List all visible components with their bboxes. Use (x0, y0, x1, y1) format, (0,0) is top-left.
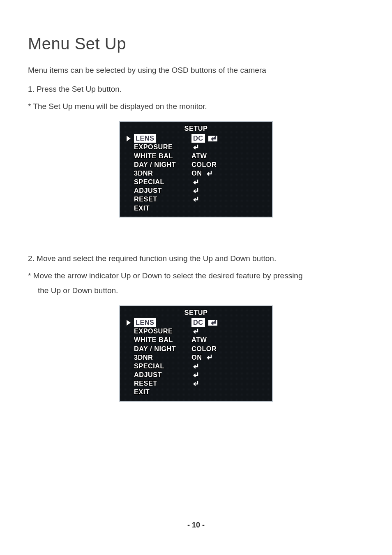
osd-row-whitebal: WHITE BAL ATW (122, 152, 270, 160)
osd-value (191, 197, 199, 202)
osd-label: WHITE BAL (134, 335, 191, 344)
osd-label: DAY / NIGHT (134, 160, 191, 169)
osd-label: RESET (134, 379, 191, 388)
osd-label: ADJUST (134, 370, 191, 379)
osd-row-exit: EXIT (122, 204, 270, 213)
cursor-icon (127, 136, 131, 141)
enter-icon (205, 354, 212, 360)
osd-value: ATW (191, 335, 207, 344)
enter-icon (208, 320, 217, 326)
osd-title: SETUP (122, 125, 270, 132)
osd-label: LENS (134, 134, 156, 143)
osd-label: SPECIAL (134, 362, 191, 370)
osd-title: SETUP (122, 309, 270, 317)
osd-row-exposure: EXPOSURE (122, 327, 270, 335)
cursor-icon (127, 320, 131, 326)
osd-value (191, 381, 199, 386)
osd-value (191, 188, 199, 194)
page-number: - 10 - (0, 521, 392, 530)
osd-label: EXPOSURE (134, 143, 191, 151)
enter-icon (205, 171, 212, 176)
enter-icon (208, 136, 217, 141)
osd-value: DC (191, 134, 217, 143)
osd-label: ADJUST (134, 186, 191, 195)
osd-row-reset: RESET (122, 195, 270, 204)
enter-icon (191, 197, 199, 202)
osd-label: 3DNR (134, 169, 191, 178)
osd-value: DC (191, 318, 217, 327)
osd-row-exposure: EXPOSURE (122, 143, 270, 151)
osd-row-lens: LENS DC (122, 318, 270, 327)
enter-icon (191, 188, 199, 194)
osd-label: RESET (134, 195, 191, 204)
osd-label: EXIT (134, 388, 191, 396)
osd-value: ATW (191, 152, 207, 160)
osd-row-adjust: ADJUST (122, 186, 270, 195)
step-2-note: * Move the arrow indicator Up or Down to… (28, 268, 364, 283)
osd-value (191, 372, 199, 378)
osd-label: 3DNR (134, 353, 191, 362)
osd-label: WHITE BAL (134, 152, 191, 160)
enter-icon (191, 381, 199, 386)
osd-row-exit: EXIT (122, 388, 270, 396)
osd-row-daynight: DAY / NIGHT COLOR (122, 345, 270, 353)
osd-label: LENS (134, 318, 156, 327)
osd-label: SPECIAL (134, 178, 191, 186)
osd-setup-screenshot-2: SETUP LENS DC EXPOSURE WHITE BAL ATW DAY… (119, 305, 273, 402)
osd-value: COLOR (191, 345, 217, 353)
osd-value (191, 328, 199, 334)
osd-row-reset: RESET (122, 379, 270, 388)
enter-icon (191, 363, 199, 369)
step-1: 1. Press the Set Up button. (28, 82, 364, 97)
osd-value (191, 363, 199, 369)
osd-value: ON (191, 353, 212, 362)
osd-label: EXIT (134, 204, 191, 213)
osd-row-adjust: ADJUST (122, 370, 270, 379)
osd-row-3dnr: 3DNR ON (122, 353, 270, 362)
osd-value (191, 144, 199, 150)
intro-text: Menu items can be selected by using the … (28, 63, 364, 78)
page-title: Menu Set Up (28, 35, 364, 53)
osd-row-whitebal: WHITE BAL ATW (122, 335, 270, 344)
osd-setup-screenshot-1: SETUP LENS DC EXPOSURE WHITE BAL ATW DAY… (119, 121, 273, 217)
step-2: 2. Move and select the required function… (28, 251, 364, 266)
step-2-note-cont: the Up or Down button. (28, 283, 364, 298)
enter-icon (191, 372, 199, 378)
enter-icon (191, 328, 199, 334)
osd-row-3dnr: 3DNR ON (122, 169, 270, 178)
enter-icon (191, 179, 199, 185)
osd-value (191, 179, 199, 185)
osd-row-special: SPECIAL (122, 178, 270, 186)
osd-row-special: SPECIAL (122, 362, 270, 370)
step-1-note: * The Set Up menu will be displayed on t… (28, 99, 364, 114)
osd-value: ON (191, 169, 212, 178)
enter-icon (191, 144, 199, 150)
osd-value: COLOR (191, 160, 217, 169)
osd-label: EXPOSURE (134, 327, 191, 335)
osd-row-daynight: DAY / NIGHT COLOR (122, 160, 270, 169)
osd-row-lens: LENS DC (122, 134, 270, 143)
osd-label: DAY / NIGHT (134, 345, 191, 353)
